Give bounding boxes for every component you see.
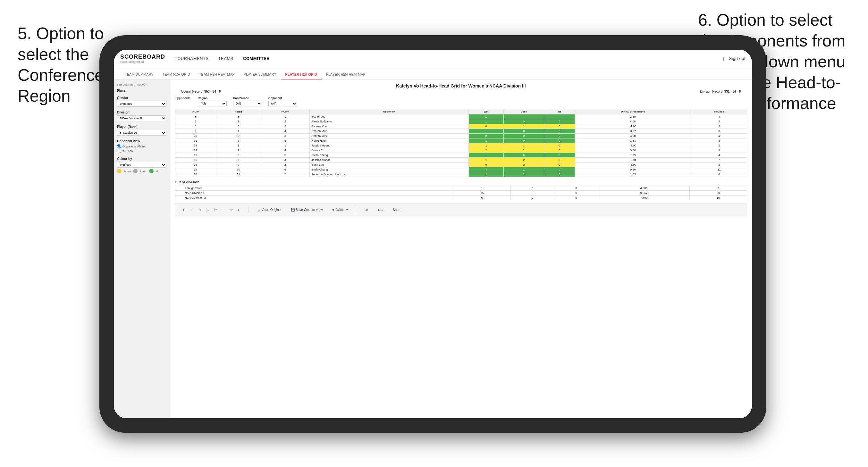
ood-opponent: NCAA Division 2 [175,195,454,200]
subnav-team-summary[interactable]: TEAM SUMMARY [120,70,158,80]
cell-reg: 7 [216,148,261,153]
cell-tie: 0 [544,148,575,153]
subnav-team-h2h-heatmap[interactable]: TEAM H2H HEATMAP [195,70,239,80]
radio-opponents-played[interactable]: Opponents Played [117,144,166,148]
filter-conference-section: Conference (All) [233,96,262,106]
subnav-team-h2h-grid[interactable]: TEAM H2H GRID [158,70,195,80]
player-rank-select[interactable]: 8. Katelyn Vo [117,130,166,135]
cell-loss: 0 [504,119,544,124]
table-row: 15 8 5 Stella Cheng 1 0 0 1.25 4 [175,153,747,158]
nav-sign-out[interactable]: Sign out [729,55,745,62]
cell-div: 16 [175,158,216,162]
cell-opponent: Stella Cheng [310,153,469,158]
logo-sub: Powered by clippd [120,60,165,63]
opponent-filter-select[interactable]: (All) [268,101,297,106]
cell-opponent: Jessica Huang [310,143,469,148]
cell-diff: 0.38 [575,148,691,153]
toolbar-redo[interactable]: ↪ [197,207,203,212]
sidebar-player-rank-section: Player (Rank) 8. Katelyn Vo [117,125,166,135]
cell-reg: 3 [216,158,261,162]
toolbar-history-group: ↩ ← ↪ ⊞ ✂ — ↺ ⊙ [181,207,242,212]
ood-diff: 7.400 [598,195,689,200]
main-content: Last Updated: 27/03/2024 Player Gender W… [114,80,752,418]
conference-filter-select[interactable]: (All) [233,101,262,106]
cell-conf: 5 [261,138,310,143]
toolbar-grid[interactable]: ⊞ [205,207,211,212]
opponents-label: Opponents: [175,96,191,101]
ood-rounds: 30 [690,191,747,195]
toolbar-dash[interactable]: — [220,207,227,212]
cell-reg: 11 [216,172,261,177]
table-row: 10 6 3 Andrea York 2 0 0 4.00 4 [175,134,747,138]
table-row: 6 3 3 Sydney Kuo 0 1 0 -1.00 3 [175,124,747,129]
cell-win: 1 [469,119,504,124]
table-row: 3 3 1 Esther Lee 1 1.50 4 [175,115,747,119]
toolbar-save-custom[interactable]: 💾 Save Custom View [289,207,324,212]
nav-teams[interactable]: TEAMS [218,55,234,62]
cell-conf: 1 [261,143,310,148]
cell-loss: 1 [504,172,544,177]
level-label: Level [140,170,146,173]
main-table: # Div # Reg # Conf Opponent Win Loss Tie… [175,109,747,177]
cell-rounds: 3 [691,129,747,134]
region-filter-select[interactable]: (All) [198,101,227,106]
tablet-screen: SCOREBOARD Powered by clippd TOURNAMENTS… [114,50,752,418]
ood-opponent: NAIA Division 1 [175,191,454,195]
out-of-division-row: Foreign Team 1 0 0 4.500 2 [175,186,747,191]
cell-win: 0 [469,162,504,167]
bottom-toolbar: ↩ ← ↪ ⊞ ✂ — ↺ ⊙ 📊 View: Original 💾 Save … [175,204,747,216]
cell-diff: 1.25 [575,153,691,158]
cell-tie [544,115,575,119]
last-updated: Last Updated: 27/03/2024 [117,83,166,86]
cell-opponent: Heeju Hyun [310,138,469,143]
cell-rounds: 7 [691,158,747,162]
subnav-player-h2h-heatmap[interactable]: PLAYER H2H HEATMAP [321,70,370,80]
cell-win: 1 [469,158,504,162]
player-label: Player [117,89,166,92]
cell-opponent: Sharon Mun [310,129,469,134]
cell-diff: 0.30 [575,167,691,172]
ood-win: 1 [454,186,511,191]
cell-conf: 4 [261,148,310,153]
colour-select[interactable]: Win/loss [117,162,166,168]
nav-committee[interactable]: COMMITTEE [243,55,270,62]
toolbar-watch[interactable]: 👁 Watch ▾ [331,207,349,212]
sidebar: Last Updated: 27/03/2024 Player Gender W… [114,80,170,418]
opponent-view-radio-group: Opponents Played Top 100 [117,144,166,153]
toolbar-undo[interactable]: ↩ [181,207,187,212]
conference-filter-label: Conference [233,96,262,100]
ood-rounds: 2 [690,186,747,191]
gender-select[interactable]: Women's [117,101,166,107]
nav-tournaments[interactable]: TOURNAMENTS [175,55,209,62]
toolbar-share[interactable]: Share [391,207,403,212]
cell-reg: 1 [216,143,261,148]
cell-reg: 2 [216,119,261,124]
cell-loss: 2 [504,162,544,167]
division-select[interactable]: NCAA Division III [117,115,166,121]
toolbar-target[interactable]: ⊙ [236,207,242,212]
sidebar-opponent-view-section: Opponent view Opponents Played Top 100 [117,139,166,153]
th-reg: # Reg [216,109,261,115]
toolbar-view-original[interactable]: 📊 View: Original [255,207,283,212]
top-nav: SCOREBOARD Powered by clippd TOURNAMENTS… [114,50,752,67]
subnav-player-h2h-grid[interactable]: PLAYER H2H GRID [281,70,321,80]
cell-loss: 2 [504,158,544,162]
cell-loss [504,115,544,119]
opponent-filter-label: Opponent [268,96,297,100]
th-tie: Tie [544,109,575,115]
cell-rounds: 6 [691,172,747,177]
th-rounds: Rounds [691,109,747,115]
cell-conf: 3 [261,124,310,129]
radio-top100[interactable]: Top 100 [117,149,166,153]
toolbar-refresh[interactable]: ↺ [228,207,235,212]
cell-opponent: Federica Domecq Lacroze [310,172,469,177]
table-row: 18 2 2 Euna Lee 0 2 0 -5.00 2 [175,162,747,167]
subnav-player-summary[interactable]: PLAYER SUMMARY [239,70,281,80]
ood-loss: 0 [511,195,554,200]
toolbar-back[interactable]: ← [189,207,195,212]
cell-loss: 1 [504,167,544,172]
toolbar-export[interactable]: ⊐↑ [363,207,370,212]
toolbar-cut[interactable]: ✂ [213,207,218,212]
cell-rounds: 4 [691,115,747,119]
toolbar-layout[interactable]: ⊏⊐ [376,207,385,212]
